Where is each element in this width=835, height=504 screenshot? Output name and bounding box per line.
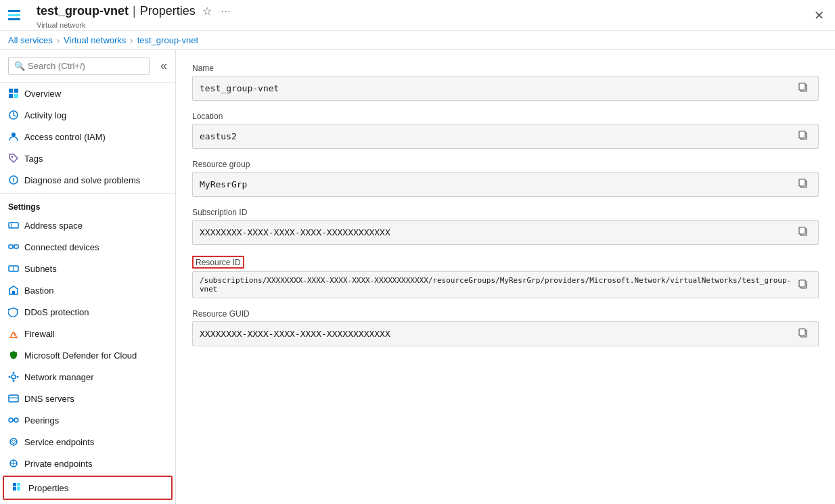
sidebar-header: 🔍 « (0, 50, 175, 83)
breadcrumb-all-services[interactable]: All services (8, 35, 53, 45)
sidebar-item-peerings[interactable]: Peerings (0, 409, 175, 431)
breadcrumb: All services › Virtual networks › test_g… (0, 31, 835, 50)
sidebar-label-ddos: DDoS protection (24, 307, 89, 317)
sidebar-item-properties[interactable]: Properties (3, 476, 173, 500)
svg-rect-2 (9, 94, 13, 98)
sidebar-label-iam: Access control (IAM) (24, 132, 106, 142)
field-resource-id: Resource ID /subscriptions/XXXXXXXX-XXXX… (192, 256, 819, 298)
svg-rect-3 (14, 94, 18, 98)
copy-resource-group-button[interactable] (795, 177, 811, 192)
peerings-icon (8, 415, 19, 426)
svg-point-24 (17, 376, 19, 378)
bastion-icon (8, 285, 19, 296)
svg-point-28 (14, 418, 18, 422)
sidebar-item-ddos[interactable]: DDoS protection (0, 301, 175, 323)
sidebar-item-network-manager[interactable]: Network manager (0, 366, 175, 388)
copy-subscription-id-button[interactable] (795, 225, 811, 240)
collapse-icon[interactable]: « (160, 59, 167, 73)
sidebar: 🔍 « Overview Activity log (0, 50, 176, 504)
sidebar-item-firewall[interactable]: Firewall (0, 323, 175, 344)
top-bar: test_group-vnet | Properties ☆ ··· Virtu… (0, 0, 835, 31)
svg-rect-13 (14, 245, 18, 248)
svg-rect-43 (799, 179, 805, 186)
title-separator: | (133, 4, 136, 18)
iam-icon (8, 131, 19, 142)
subscription-id-label: Subscription ID (192, 208, 819, 217)
resource-id-value-row: /subscriptions/XXXXXXXX-XXXX-XXXX-XXXX-X… (192, 271, 819, 298)
copy-name-button[interactable] (795, 81, 811, 96)
azure-logo (8, 10, 20, 20)
sidebar-label-overview: Overview (24, 89, 61, 99)
sidebar-item-diagnose[interactable]: Diagnose and solve problems (0, 169, 175, 191)
field-resource-group: Resource group MyResrGrp (192, 160, 819, 197)
breadcrumb-virtual-networks[interactable]: Virtual networks (64, 35, 126, 45)
sidebar-label-tags: Tags (24, 154, 43, 164)
sidebar-label-properties: Properties (28, 483, 68, 493)
sidebar-item-activity-log[interactable]: Activity log (0, 104, 175, 126)
sidebar-item-private-endpoints[interactable]: Private endpoints (0, 453, 175, 474)
resource-name: test_group-vnet (37, 4, 129, 18)
sidebar-item-tags[interactable]: Tags (0, 147, 175, 169)
sidebar-item-connected-devices[interactable]: Connected devices (0, 236, 175, 258)
svg-point-5 (12, 133, 16, 137)
sidebar-label-connected-devices: Connected devices (24, 242, 99, 252)
sidebar-label-subnets: Subnets (24, 264, 57, 274)
copy-resource-guid-button[interactable] (795, 326, 811, 342)
private-endpoints-icon (8, 458, 19, 469)
sidebar-label-dns: DNS servers (24, 394, 74, 404)
sidebar-item-overview[interactable]: Overview (0, 83, 175, 104)
search-input[interactable] (28, 61, 143, 71)
sidebar-label-private-endpoints: Private endpoints (24, 459, 92, 469)
network-manager-icon (8, 371, 19, 382)
activity-log-icon (8, 110, 19, 120)
sidebar-label-address-space: Address space (24, 221, 83, 231)
copy-location-button[interactable] (795, 129, 811, 144)
search-box[interactable]: 🔍 (8, 57, 150, 75)
svg-rect-45 (799, 227, 805, 234)
copy-resource-id-button[interactable] (795, 277, 811, 293)
svg-point-27 (9, 418, 13, 422)
svg-point-21 (13, 372, 15, 374)
resource-id-label: Resource ID (196, 258, 241, 267)
sidebar-label-service-endpoints: Service endpoints (24, 437, 94, 447)
svg-rect-1 (14, 89, 18, 93)
svg-point-6 (12, 156, 14, 158)
tags-icon (8, 153, 19, 164)
close-button[interactable]: ✕ (811, 5, 827, 26)
resource-guid-label: Resource GUID (192, 309, 819, 319)
more-options-button[interactable]: ··· (219, 3, 234, 19)
sidebar-item-address-space[interactable]: Address space (0, 214, 175, 236)
resource-type: Virtual network (37, 21, 233, 29)
name-label: Name (192, 64, 819, 73)
dns-icon (8, 393, 19, 404)
svg-rect-10 (9, 223, 18, 228)
sidebar-item-bastion[interactable]: Bastion (0, 279, 175, 301)
resource-group-value-row: MyResrGrp (192, 172, 819, 197)
sidebar-item-subnets[interactable]: Subnets (0, 258, 175, 279)
breadcrumb-sep-1: › (57, 35, 60, 45)
svg-rect-35 (13, 487, 16, 490)
breadcrumb-resource[interactable]: test_group-vnet (137, 35, 198, 45)
location-value: eastus2 (200, 131, 795, 141)
sidebar-item-defender[interactable]: Microsoft Defender for Cloud (0, 344, 175, 366)
overview-icon (8, 88, 19, 99)
connected-devices-icon (8, 242, 19, 252)
sidebar-item-dns[interactable]: DNS servers (0, 388, 175, 409)
sidebar-label-activity-log: Activity log (24, 110, 66, 120)
main-area: 🔍 « Overview Activity log (0, 50, 835, 504)
svg-rect-41 (799, 131, 805, 138)
resource-id-value: /subscriptions/XXXXXXXX-XXXX-XXXX-XXXX-X… (200, 276, 795, 294)
svg-rect-25 (9, 395, 18, 402)
breadcrumb-sep-2: › (130, 35, 133, 45)
sidebar-item-iam[interactable]: Access control (IAM) (0, 126, 175, 147)
resource-guid-value: XXXXXXXX-XXXX-XXXX-XXXX-XXXXXXXXXXXX (200, 329, 795, 339)
field-location: Location eastus2 (192, 112, 819, 149)
svg-rect-47 (799, 280, 805, 287)
sidebar-item-service-endpoints[interactable]: Service endpoints (0, 431, 175, 453)
diagnose-icon (8, 175, 19, 185)
location-label: Location (192, 112, 819, 121)
sidebar-label-peerings: Peerings (24, 415, 59, 426)
star-button[interactable]: ☆ (200, 2, 215, 20)
svg-point-9 (13, 181, 14, 183)
sidebar-label-defender: Microsoft Defender for Cloud (24, 350, 137, 361)
